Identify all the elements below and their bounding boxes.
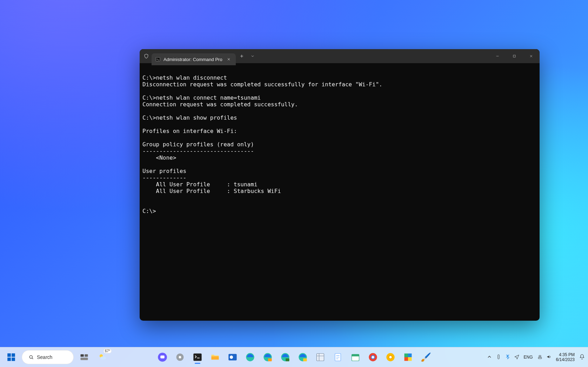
outlook-icon (228, 352, 238, 362)
tray-chevron[interactable] (487, 354, 492, 361)
chrome-canary-icon (386, 352, 395, 362)
tray-language[interactable]: ENG (524, 355, 533, 360)
minimize-button[interactable] (489, 49, 506, 63)
svg-rect-9 (81, 358, 88, 360)
svg-point-6 (29, 355, 32, 358)
send-icon (514, 354, 520, 360)
tray-onedrive[interactable] (496, 354, 501, 361)
taskbar-app-snipping[interactable] (313, 349, 328, 365)
taskbar-app-edge[interactable] (242, 349, 258, 365)
close-window-button[interactable] (523, 49, 540, 63)
new-tab-button[interactable] (236, 49, 248, 63)
svg-rect-7 (81, 354, 84, 357)
terminal-window: Administrator: Command Pro C:\>netsh wla… (140, 49, 540, 321)
task-view-icon (79, 352, 89, 362)
taskbar-app-powertoys[interactable] (400, 349, 416, 365)
maximize-icon (512, 54, 516, 58)
tray-location[interactable] (514, 354, 520, 361)
svg-rect-37 (405, 354, 408, 358)
taskbar-app-outlook[interactable] (225, 349, 240, 365)
tray-notifications[interactable] (579, 354, 585, 361)
svg-rect-26 (303, 359, 307, 361)
edge-beta-icon (263, 352, 273, 362)
usb-icon (496, 354, 501, 360)
taskbar-app-chrome[interactable] (365, 349, 381, 365)
svg-rect-38 (408, 354, 412, 358)
svg-rect-22 (268, 359, 272, 361)
taskbar-app-edge-beta[interactable] (260, 349, 275, 365)
network-icon (537, 354, 543, 360)
taskbar-app-settings[interactable] (172, 349, 188, 365)
svg-rect-5 (12, 358, 15, 361)
terminal-output[interactable]: C:\>netsh wlan disconnect Disconnection … (140, 69, 540, 315)
svg-point-11 (100, 356, 106, 360)
svg-rect-24 (286, 359, 289, 361)
clock-date: 6/14/2023 (556, 357, 575, 362)
close-icon (529, 54, 533, 58)
svg-rect-3 (12, 353, 15, 357)
taskbar-app-calendar[interactable] (348, 349, 363, 365)
calendar-icon (350, 352, 360, 362)
close-icon (227, 57, 231, 61)
tab-command-prompt[interactable]: Administrator: Command Pro (152, 53, 236, 65)
taskbar-app-paint[interactable]: 🖌️ (418, 349, 433, 365)
svg-rect-39 (405, 357, 408, 361)
svg-rect-27 (317, 354, 324, 361)
svg-rect-8 (85, 354, 88, 357)
gear-icon (175, 352, 185, 362)
tray-network[interactable] (537, 354, 543, 361)
clock-time: 4:35 PM (556, 352, 575, 357)
taskbar-app-edge-dev[interactable] (278, 349, 293, 365)
weather-temp: 67° (103, 349, 112, 353)
svg-rect-42 (538, 357, 541, 359)
svg-rect-13 (160, 355, 165, 358)
svg-rect-4 (7, 358, 11, 361)
folder-icon (210, 352, 220, 362)
tab-dropdown-button[interactable] (248, 49, 258, 63)
edge-canary-icon (298, 352, 308, 362)
volume-icon (546, 354, 552, 360)
svg-rect-17 (212, 356, 219, 360)
tray-bluetooth[interactable] (505, 354, 510, 361)
bell-icon (579, 354, 585, 360)
svg-rect-41 (498, 355, 499, 359)
weather-icon (98, 352, 107, 362)
taskbar-search[interactable]: Search (22, 350, 74, 364)
tray-clock[interactable]: 4:35 PM 6/14/2023 (556, 352, 575, 362)
tab-title: Administrator: Command Pro (163, 57, 222, 62)
taskbar-app-notepad[interactable] (330, 349, 346, 365)
svg-point-19 (230, 355, 233, 359)
edge-icon (245, 352, 255, 362)
taskbar-weather[interactable]: 67° (95, 349, 110, 365)
chevron-down-icon (250, 54, 255, 58)
taskbar-app-chat[interactable] (155, 349, 170, 365)
tray-volume[interactable] (546, 354, 552, 361)
chevron-up-icon (487, 354, 492, 360)
taskbar-app-chrome-canary[interactable] (383, 349, 398, 365)
taskbar: Search 67° 🖌️ (0, 347, 588, 367)
taskbar-app-explorer[interactable] (207, 349, 223, 365)
chat-icon (158, 352, 167, 362)
taskbar-app-terminal[interactable] (190, 349, 205, 365)
paint-icon: 🖌️ (421, 352, 430, 362)
tab-close-button[interactable] (225, 56, 232, 63)
svg-rect-16 (193, 354, 201, 361)
start-button[interactable] (4, 349, 19, 365)
svg-rect-30 (352, 354, 359, 356)
notepad-icon (333, 352, 343, 362)
minimize-icon (495, 54, 500, 58)
maximize-button[interactable] (506, 49, 523, 63)
svg-rect-40 (408, 357, 412, 361)
bluetooth-icon (505, 354, 510, 360)
search-label: Search (37, 354, 52, 360)
cmd-icon (155, 56, 161, 62)
plus-icon (239, 54, 244, 59)
svg-point-15 (179, 356, 181, 359)
taskbar-app-edge-canary[interactable] (295, 349, 310, 365)
svg-rect-2 (7, 353, 11, 357)
edge-dev-icon (280, 352, 290, 362)
svg-rect-0 (156, 58, 160, 61)
taskbar-task-view[interactable] (76, 349, 92, 365)
terminal-icon (193, 352, 202, 362)
window-titlebar[interactable]: Administrator: Command Pro (140, 49, 540, 63)
